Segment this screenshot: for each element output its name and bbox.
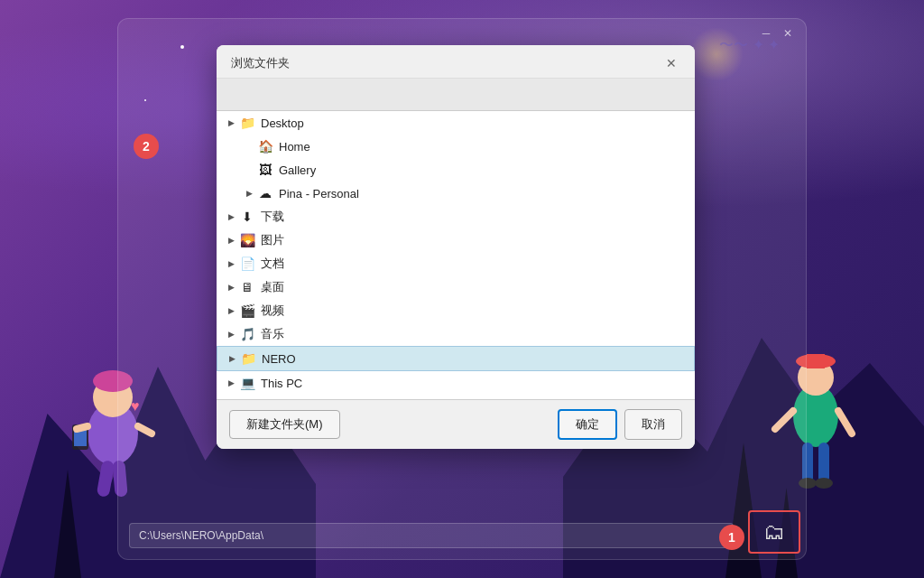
main-window-titlebar: ─ ✕ bbox=[118, 19, 806, 48]
chevron-downloads: ▶ bbox=[224, 210, 238, 224]
tree-item-gallery[interactable]: 🖼Gallery bbox=[217, 158, 695, 182]
chevron-music: ▶ bbox=[224, 327, 238, 341]
label-documents: 文档 bbox=[261, 256, 284, 272]
chevron-desktop: ▶ bbox=[224, 116, 238, 130]
label-thispc: This PC bbox=[261, 377, 302, 390]
tree-item-home[interactable]: 🏠Home bbox=[217, 135, 695, 158]
svg-rect-17 bbox=[97, 460, 116, 498]
label-music: 音乐 bbox=[261, 326, 284, 342]
label-gallery: Gallery bbox=[279, 163, 316, 177]
tree-item-pictures[interactable]: ▶🌄图片 bbox=[217, 228, 695, 252]
browse-folder-dialog: 浏览文件夹 ✕ ▶📁Desktop🏠Home🖼Gallery▶☁Pina - P… bbox=[217, 45, 695, 449]
icon-gallery: 🖼 bbox=[256, 161, 274, 179]
icon-desktop: 📁 bbox=[238, 114, 256, 132]
icon-music: 🎵 bbox=[238, 325, 256, 343]
tree-item-desktop[interactable]: ▶📁Desktop bbox=[217, 111, 695, 135]
tree-item-downloads[interactable]: ▶⬇下载 bbox=[217, 205, 695, 228]
path-bar[interactable]: C:\Users\NERO\AppData\ bbox=[129, 523, 734, 548]
chevron-gallery bbox=[242, 163, 256, 177]
tree-item-desktop2[interactable]: ▶🖥桌面 bbox=[217, 275, 695, 299]
tree-item-documents[interactable]: ▶📄文档 bbox=[217, 252, 695, 275]
cancel-button[interactable]: 取消 bbox=[624, 409, 682, 440]
dialog-tree[interactable]: ▶📁Desktop🏠Home🖼Gallery▶☁Pina - Personal▶… bbox=[217, 111, 695, 400]
icon-pina: ☁ bbox=[256, 184, 274, 202]
tree-item-music[interactable]: ▶🎵音乐 bbox=[217, 322, 695, 346]
icon-nero: 📁 bbox=[239, 350, 257, 368]
label-videos: 视频 bbox=[261, 303, 284, 319]
step-badge-2: 2 bbox=[134, 134, 159, 159]
svg-line-15 bbox=[77, 426, 88, 429]
icon-pictures: 🌄 bbox=[238, 231, 256, 249]
ok-button[interactable]: 确定 bbox=[558, 409, 617, 440]
chevron-thispc: ▶ bbox=[224, 376, 238, 390]
tree-item-nero[interactable]: ▶📁NERO bbox=[217, 346, 695, 371]
chevron-home bbox=[242, 139, 256, 154]
dialog-title: 浏览文件夹 bbox=[231, 55, 290, 71]
icon-documents: 📄 bbox=[238, 255, 256, 273]
tree-item-thispc[interactable]: ▶💻This PC bbox=[217, 371, 695, 395]
chevron-desktop2: ▶ bbox=[224, 280, 238, 294]
folder-icon: 🗂 bbox=[763, 519, 785, 545]
main-minimize-button[interactable]: ─ bbox=[759, 26, 773, 41]
dialog-titlebar: 浏览文件夹 ✕ bbox=[217, 45, 695, 79]
chevron-pictures: ▶ bbox=[224, 233, 238, 247]
icon-home: 🏠 bbox=[256, 137, 274, 155]
label-pina: Pina - Personal bbox=[279, 187, 359, 200]
new-folder-button[interactable]: 新建文件夹(M) bbox=[229, 410, 340, 439]
dialog-address-bar bbox=[217, 79, 695, 111]
dialog-bottom-bar: 新建文件夹(M) 确定 取消 bbox=[217, 400, 695, 449]
folder-icon-button[interactable]: 🗂 bbox=[748, 510, 800, 554]
chevron-documents: ▶ bbox=[224, 256, 238, 271]
svg-point-9 bbox=[815, 478, 833, 489]
svg-rect-3 bbox=[807, 354, 825, 368]
label-pictures: 图片 bbox=[261, 232, 284, 248]
label-nero: NERO bbox=[262, 352, 296, 366]
label-desktop2: 桌面 bbox=[261, 279, 284, 295]
label-downloads: 下载 bbox=[261, 209, 284, 225]
tree-item-pina[interactable]: ▶☁Pina - Personal bbox=[217, 182, 695, 205]
dialog-action-buttons: 确定 取消 bbox=[558, 409, 682, 440]
svg-line-5 bbox=[838, 411, 852, 434]
main-close-button[interactable]: ✕ bbox=[781, 26, 795, 41]
icon-downloads: ⬇ bbox=[238, 208, 256, 226]
icon-videos: 🎬 bbox=[238, 302, 256, 320]
tree-item-videos[interactable]: ▶🎬视频 bbox=[217, 299, 695, 322]
chevron-pina: ▶ bbox=[242, 186, 256, 200]
icon-desktop2: 🖥 bbox=[238, 278, 256, 296]
dialog-close-button[interactable]: ✕ bbox=[662, 54, 680, 72]
chevron-nero: ▶ bbox=[225, 351, 239, 366]
svg-rect-7 bbox=[818, 443, 829, 483]
step-badge-1: 1 bbox=[719, 525, 744, 550]
label-home: Home bbox=[279, 140, 310, 154]
chevron-videos: ▶ bbox=[224, 303, 238, 318]
icon-thispc: 💻 bbox=[238, 374, 256, 392]
label-desktop: Desktop bbox=[261, 117, 304, 130]
